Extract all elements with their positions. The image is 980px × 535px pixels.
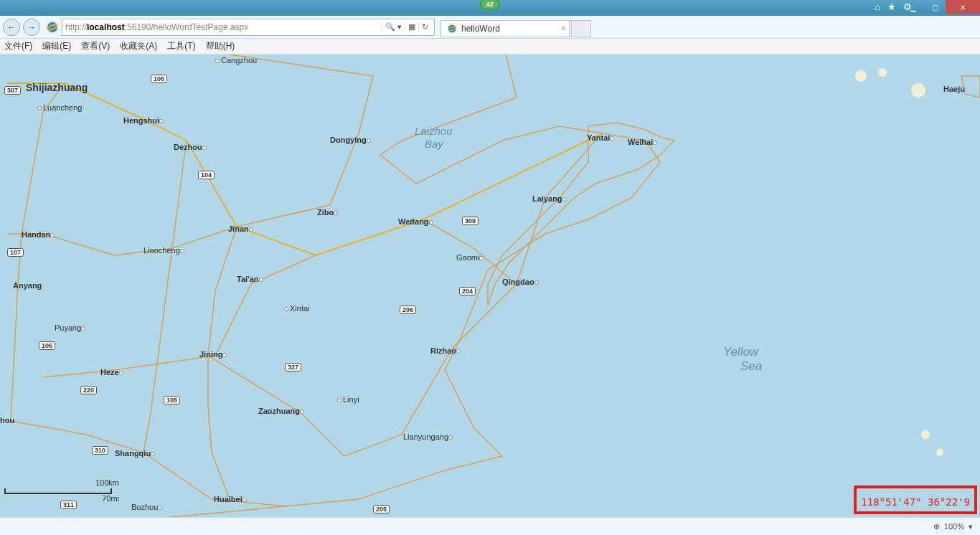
shield-107: 107 [7, 248, 24, 257]
zoom-dropdown-icon[interactable]: ▾ [969, 522, 973, 531]
city-hou: hou [0, 416, 14, 425]
menu-file[interactable]: 文件(F) [4, 40, 32, 52]
menu-help[interactable]: 帮助(H) [206, 40, 235, 52]
sea-label-yellow-sea: YellowSea [723, 345, 762, 374]
shield-205: 205 [373, 505, 390, 513]
shield-206: 206 [400, 306, 416, 314]
shield-307: 307 [4, 86, 21, 95]
browser-nav: ← → http://localhost:56190/helloWordTest… [0, 16, 980, 39]
ie-favicon-icon [46, 21, 59, 34]
zoom-level[interactable]: 100% [944, 522, 964, 531]
window-titlebar: 42 ⌂ ★ ⚙ ▁ ▢ ✕ [0, 0, 980, 16]
city-zibo: Zibo [317, 208, 339, 217]
city-huaibei: Huaibei [214, 495, 248, 503]
city-handan: Handan [22, 230, 56, 239]
city-laiyang: Laiyang [532, 194, 568, 203]
address-bar[interactable]: http://localhost:56190/helloWordTestPage… [62, 19, 435, 36]
city-zaozhuang: Zaozhuang [258, 407, 306, 415]
city-rizhao: Rizhao [430, 346, 462, 355]
favorites-icon[interactable]: ★ [887, 1, 896, 12]
city-gaomi: Gaomi [456, 253, 485, 262]
city-weifang: Weifang [398, 217, 435, 226]
city-hengshui: Hengshui [123, 116, 165, 125]
city-linyi: Linyi [337, 395, 359, 404]
new-tab-button[interactable] [571, 20, 591, 37]
city-taian: Tai'an [237, 275, 265, 283]
city-yantai: Yantai [587, 133, 616, 142]
city-weihai: Weihai [628, 138, 659, 146]
city-anyang: Anyang [13, 281, 42, 290]
city-dongying: Dongying [330, 136, 372, 144]
url-text: http://localhost:56190/helloWordTestPage… [65, 22, 382, 32]
search-dropdown-icon[interactable]: 🔍 ▾ [382, 22, 405, 32]
svg-point-6 [911, 83, 925, 98]
city-dezhou: Dezhou [174, 143, 208, 151]
svg-point-7 [921, 430, 930, 439]
svg-point-8 [936, 449, 943, 456]
city-puyang: Puyang [55, 323, 87, 332]
shield-106b: 106 [39, 341, 55, 350]
shield-204: 204 [459, 287, 476, 295]
tab-close-icon[interactable]: × [561, 24, 566, 34]
status-bar: ⊕ 100% ▾ [0, 517, 980, 535]
city-qingdao: Qingdao [502, 278, 540, 286]
city-lianyungang: Lianyungang [403, 432, 454, 441]
shield-104: 104 [198, 171, 215, 179]
home-icon[interactable]: ⌂ [875, 1, 880, 12]
tab-title: helloWord [461, 24, 500, 34]
coordinates-readout: 118°51'47" 36°22'9 [854, 486, 977, 514]
map-viewport[interactable]: LaizhouBay YellowSea Shijiazhuang Luanch… [0, 55, 980, 517]
city-luancheng: Luancheng [37, 103, 82, 112]
zoom-target-icon[interactable]: ⊕ [933, 522, 940, 531]
menu-edit[interactable]: 编辑(E) [42, 40, 71, 52]
city-jining: Jining [199, 350, 228, 359]
city-jinan: Jinan [228, 224, 255, 233]
minimize-button[interactable]: ▁ [903, 0, 924, 14]
svg-point-4 [855, 70, 867, 82]
ie-favicon-icon [447, 24, 457, 34]
city-bozhou: Bozhou [131, 503, 164, 511]
menu-bar: 文件(F) 编辑(E) 查看(V) 收藏夹(A) 工具(T) 帮助(H) [0, 39, 980, 55]
forward-button[interactable]: → [23, 19, 40, 36]
map-scale: 100km 70mi [4, 478, 119, 503]
sea-label-laizhou-bay: LaizhouBay [415, 125, 453, 151]
shield-220: 220 [80, 386, 97, 394]
city-heze: Heze [100, 368, 125, 377]
city-shijiazhuang: Shijiazhuang [26, 82, 88, 93]
close-button[interactable]: ✕ [946, 0, 980, 14]
refresh-icon[interactable]: ↻ [418, 22, 431, 32]
back-button[interactable]: ← [3, 19, 20, 36]
shield-310: 310 [92, 446, 108, 455]
coordinates-text: 118°51'47" 36°22'9 [861, 496, 970, 508]
city-xintai: Xintai [284, 304, 310, 313]
city-cangzhou: Cangzhou [215, 56, 257, 65]
city-shangqiu: Shangqiu [115, 449, 156, 458]
shield-327: 327 [285, 363, 301, 371]
maximize-button[interactable]: ▢ [924, 0, 946, 14]
svg-point-5 [878, 68, 887, 77]
tab-strip: helloWord × [440, 17, 591, 37]
menu-view[interactable]: 查看(V) [81, 40, 110, 52]
tab-helloword[interactable]: helloWord × [440, 20, 570, 37]
city-liaocheng: Liaocheng [143, 246, 186, 255]
compat-view-icon[interactable]: ▦ [405, 22, 418, 32]
menu-favorites[interactable]: 收藏夹(A) [120, 40, 157, 52]
notification-badge[interactable]: 42 [480, 0, 500, 10]
shield-106: 106 [151, 75, 167, 83]
shield-309: 309 [462, 217, 479, 225]
menu-tools[interactable]: 工具(T) [167, 40, 195, 52]
city-haeju: Haeju [943, 85, 965, 93]
shield-105: 105 [164, 396, 180, 404]
